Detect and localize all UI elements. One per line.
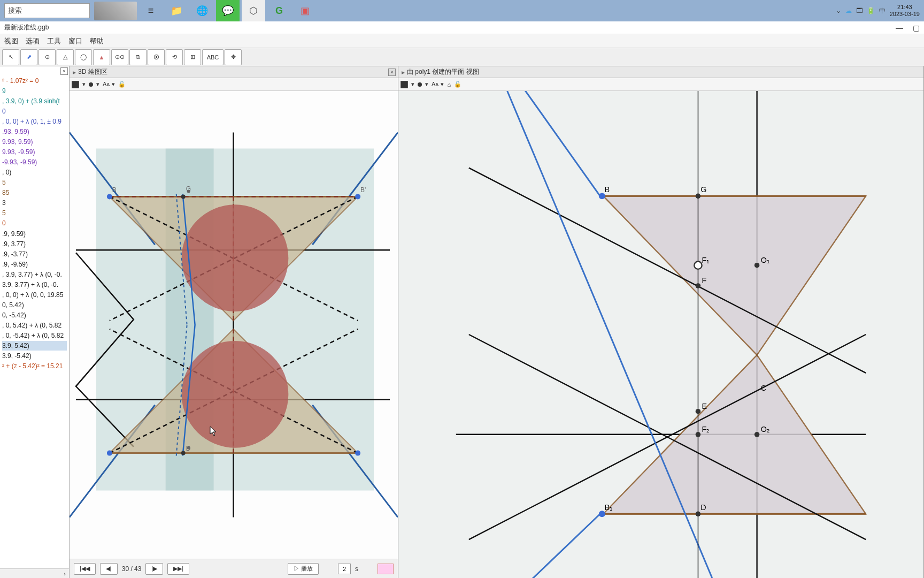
algebra-item[interactable]: 3.9, 5.42) [2, 341, 67, 351]
algebra-item[interactable]: 9 [2, 86, 67, 96]
speed-input[interactable] [338, 564, 351, 574]
menu-options[interactable]: 选项 [24, 35, 42, 47]
tool-circle[interactable]: ◯ [75, 49, 92, 65]
svg-point-27 [107, 194, 112, 199]
systray-icon[interactable]: 🗔 [856, 7, 863, 14]
algebra-item[interactable]: .9, 9.59) [2, 229, 67, 239]
algebra-item[interactable]: 9.93, 9.59) [2, 137, 67, 147]
first-frame-button[interactable]: |◀◀ [74, 563, 96, 575]
taskbar-icon[interactable]: ≡ [139, 0, 163, 21]
collapse-icon[interactable]: ▸ [73, 69, 76, 76]
algebra-item[interactable]: .9, 3.77) [2, 239, 67, 249]
os-taskbar: 搜索 ≡ 📁 🌐 💬 ⬡ G ▣ ⌄ ☁ 🗔 🔋 中 21:43 2023-03… [0, 0, 924, 21]
svg-point-29 [107, 451, 112, 456]
color-swatch[interactable] [401, 81, 408, 88]
next-frame-button[interactable]: |▶ [145, 563, 163, 575]
minimize-button[interactable]: — [896, 24, 903, 32]
menu-tools[interactable]: 工具 [45, 35, 63, 47]
tool-sphere[interactable]: ⦿ [148, 49, 165, 65]
algebra-item[interactable]: 9.93, -9.59) [2, 147, 67, 157]
clock[interactable]: 21:43 2023-03-19 [890, 4, 920, 18]
tool-point[interactable]: ⊙ [38, 49, 56, 65]
geogebra-icon[interactable]: ⬡ [242, 0, 265, 21]
window-titlebar: 最新版准线.ggb — ▢ [0, 21, 924, 34]
algebra-item[interactable]: 0, -5.42) [2, 310, 67, 320]
collapse-icon[interactable]: ▸ [402, 69, 405, 76]
main-area: × ² - 1.07z² = 09, 3.9, 0) + (3.9 sinh(t… [0, 66, 924, 578]
svg-text:F₁: F₁ [702, 256, 710, 264]
svg-point-58 [696, 194, 701, 199]
search-input[interactable]: 搜索 [4, 3, 90, 18]
tool-grid[interactable]: ⊞ [184, 49, 201, 65]
systray: ⌄ ☁ 🗔 🔋 中 21:43 2023-03-19 [836, 4, 920, 18]
algebra-item[interactable]: , 0, 0) + λ (0, 1, ± 0.9 [2, 117, 67, 126]
algebra-item[interactable]: .93, 9.59) [2, 127, 67, 136]
cloud-icon[interactable]: ☁ [845, 7, 852, 14]
close-icon[interactable]: × [60, 67, 68, 75]
algebra-item[interactable]: , 3.9, 3.77) + λ (0, -0. [2, 270, 67, 279]
horizontal-scrollbar[interactable]: › [0, 568, 69, 578]
tool-pointer[interactable]: ↖ [2, 49, 19, 65]
algebra-item[interactable]: 0, 5.42) [2, 300, 67, 310]
lock-icon[interactable]: 🔓 [118, 81, 126, 88]
tool-line[interactable]: ⬈ [20, 49, 37, 65]
prev-frame-button[interactable]: ◀| [100, 563, 118, 575]
algebra-item[interactable]: , 0, 0) + λ (0, 0, 19.85 [2, 290, 67, 300]
color-swatch[interactable] [72, 81, 79, 88]
algebra-item[interactable]: 85 [2, 188, 67, 197]
algebra-item[interactable]: ² + (z - 5.42)² = 15.21 [2, 361, 67, 371]
tool-polygon[interactable]: △ [57, 49, 74, 65]
menu-view[interactable]: 视图 [2, 35, 20, 47]
systray-icon[interactable]: ⌄ [836, 7, 841, 14]
last-frame-button[interactable]: ▶▶| [167, 563, 189, 575]
lock-icon[interactable]: 🔓 [454, 81, 461, 88]
svg-marker-41 [603, 196, 866, 355]
algebra-item[interactable]: .9, -9.59) [2, 260, 67, 269]
menu-window[interactable]: 窗口 [66, 35, 84, 47]
svg-point-71 [754, 432, 760, 437]
algebra-item[interactable]: , 3.9, 0) + (3.9 sinh(t [2, 96, 67, 106]
svg-point-30 [355, 451, 360, 456]
algebra-item[interactable]: ² - 1.07z² = 0 [2, 76, 67, 86]
canvas-2d[interactable]: B G F₁ F O₁ E C F₂ O₂ [398, 91, 923, 578]
maximize-button[interactable]: ▢ [913, 24, 920, 32]
tool-plane[interactable]: ⧉ [129, 49, 147, 65]
algebra-item[interactable]: -9.93, -9.59) [2, 157, 67, 167]
algebra-item[interactable]: 5 [2, 178, 67, 187]
play-button[interactable]: ▷ 播放 [288, 563, 319, 575]
edge-icon[interactable]: 🌐 [190, 0, 214, 21]
record-button[interactable] [378, 564, 394, 574]
canvas-3d[interactable]: B G B' D [70, 91, 398, 559]
tool-text[interactable]: ABC [202, 49, 224, 65]
algebra-item[interactable]: 0 [2, 218, 67, 228]
algebra-item[interactable]: 3.9, -5.42) [2, 351, 67, 361]
algebra-item[interactable]: , 0, -5.42) + λ (0, 5.82 [2, 331, 67, 340]
algebra-item[interactable]: 3 [2, 198, 67, 208]
algebra-item[interactable]: 3.9, 3.77) + λ (0, -0. [2, 280, 67, 290]
algebra-item[interactable]: 5 [2, 208, 67, 218]
svg-text:B: B [605, 185, 610, 194]
font-size-dropdown[interactable]: Aᴀ ▾ [103, 81, 115, 88]
tool-move[interactable]: ✥ [225, 49, 242, 65]
tool-rotate[interactable]: ⟲ [166, 49, 183, 65]
battery-icon[interactable]: 🔋 [867, 7, 875, 14]
ime-icon[interactable]: 中 [879, 6, 886, 16]
app-icon[interactable]: ▣ [293, 0, 317, 21]
algebra-item[interactable]: .9, -3.77) [2, 249, 67, 259]
algebra-list[interactable]: ² - 1.07z² = 09, 3.9, 0) + (3.9 sinh(t0,… [0, 66, 69, 374]
home-icon[interactable]: ⌂ [447, 81, 451, 88]
close-icon[interactable]: × [388, 69, 396, 76]
font-size-dropdown[interactable]: Aᴀ ▾ [432, 81, 444, 88]
algebra-item[interactable]: , 0) [2, 168, 67, 177]
file-explorer-icon[interactable]: 📁 [165, 0, 188, 21]
point-style[interactable] [89, 82, 93, 87]
wechat-icon[interactable]: 💬 [216, 0, 240, 21]
algebra-item[interactable]: 0 [2, 107, 67, 116]
tool-intersect[interactable]: ⊙⊙ [111, 49, 128, 65]
tool-cone[interactable]: ▲ [93, 49, 110, 65]
menu-help[interactable]: 帮助 [88, 35, 106, 47]
app-icon[interactable]: G [267, 0, 291, 21]
point-style[interactable] [418, 82, 422, 87]
svg-point-22 [182, 341, 289, 448]
algebra-item[interactable]: , 0, 5.42) + λ (0, 5.82 [2, 321, 67, 330]
